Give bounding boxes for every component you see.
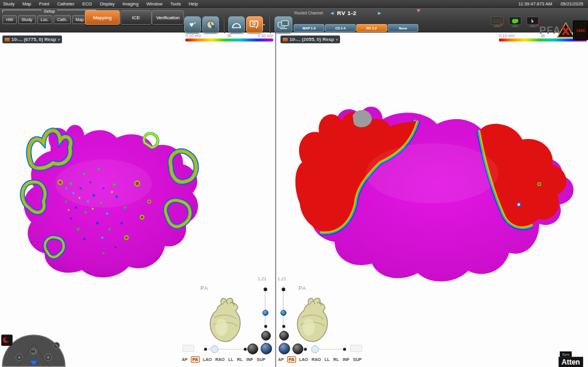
right-hslider-stop-b[interactable]: [343, 348, 346, 351]
right-slider-ghost-box[interactable]: [350, 345, 362, 352]
right-orient-ll[interactable]: LL: [324, 357, 330, 362]
right-orient-ap[interactable]: AP: [277, 357, 285, 362]
left-orient-ll[interactable]: LL: [227, 357, 234, 362]
right-orient-lao[interactable]: LAO: [299, 357, 309, 362]
left-map-selector[interactable]: 10-... (6775, 0) Resp ▾: [2, 35, 62, 43]
menu-window[interactable]: Window: [146, 1, 162, 7]
map-thumb-icon: [283, 38, 288, 42]
right-trackball-button[interactable]: [292, 344, 303, 354]
left-orient-inf[interactable]: INF: [246, 357, 253, 362]
left-orientation-buttons: AP PA LAO RAO LL RL INF SUP: [181, 356, 266, 363]
verification-mode-button[interactable]: Verification: [152, 10, 184, 25]
right-orient-inf[interactable]: INF: [342, 357, 350, 362]
right-vslider-handle[interactable]: [280, 310, 286, 316]
dual-monitor-icon: [277, 20, 289, 29]
menu-display[interactable]: Display: [100, 1, 115, 7]
attention-title: Atten: [559, 357, 583, 367]
right-orient-sup[interactable]: SUP: [352, 357, 362, 362]
channel-rv12-button[interactable]: RV 1-2: [356, 24, 387, 32]
system-date: 05/21/2025: [560, 1, 583, 7]
view-reset-icon[interactable]: [1, 335, 13, 346]
right-map-selector[interactable]: 10-... (2055, 0) Resp ▾: [280, 35, 340, 43]
right-orient-rao[interactable]: RAO: [311, 357, 322, 362]
map-visualization-button[interactable]: [228, 16, 245, 33]
menu-point[interactable]: Point: [39, 1, 49, 7]
setup-group: Setup HW Study Loc. Cath. Map: [2, 8, 96, 24]
left-orient-lao[interactable]: LAO: [202, 357, 212, 362]
left-orient-ap[interactable]: AP: [181, 357, 188, 362]
left-hslider-stop-a[interactable]: [204, 348, 207, 351]
attention-popup[interactable]: Sync Atten: [559, 351, 588, 367]
left-orient-pa[interactable]: PA: [191, 356, 200, 363]
right-vslider-stop-top[interactable]: [282, 288, 285, 291]
right-map-title: 10-... (2055, 0) Resp: [289, 37, 334, 42]
menu-study[interactable]: Study: [3, 1, 14, 7]
carto-application-window: Study Map Point Catheter ECG Display Ima…: [0, 0, 588, 367]
menu-tools[interactable]: Tools: [170, 1, 181, 7]
channel-none-button[interactable]: None: [388, 24, 418, 32]
left-scale-min: 0.10 mV: [185, 34, 201, 38]
right-orientation-buttons: AP PA LAO RAO LL RL INF SUP: [277, 356, 362, 363]
channel-next-arrow[interactable]: ▶: [378, 11, 381, 16]
menu-ecg[interactable]: ECG: [82, 1, 92, 7]
channel-map13-button[interactable]: MAP 1-3: [294, 24, 324, 32]
menu-help[interactable]: Help: [188, 1, 197, 7]
left-vslider-handle[interactable]: [262, 310, 268, 316]
snapshot-button[interactable]: [246, 16, 263, 33]
setup-loc-button[interactable]: Loc.: [37, 15, 52, 24]
voltage-map-left[interactable]: [13, 111, 212, 292]
channel-cs14-button[interactable]: CS 1-4: [325, 24, 356, 32]
right-heart-orientation-icon[interactable]: [293, 296, 330, 345]
left-hslider-stop-b[interactable]: [244, 348, 247, 351]
channel-prev-arrow[interactable]: ◀: [330, 11, 333, 16]
right-scale-min: 0.10 mV: [499, 34, 515, 38]
setup-cath-button[interactable]: Cath.: [54, 15, 71, 24]
right-horizontal-slider[interactable]: [318, 349, 344, 350]
right-map-dot: [538, 183, 541, 186]
right-map-point-tag: [517, 203, 521, 206]
left-orient-rao[interactable]: RAO: [215, 357, 226, 362]
right-rotate-sphere-button[interactable]: [279, 331, 289, 341]
left-slider-ghost-box[interactable]: [182, 345, 194, 352]
right-orient-pa[interactable]: PA: [287, 356, 296, 363]
setup-hw-button[interactable]: HW: [2, 15, 17, 24]
left-trackball-button[interactable]: [247, 344, 258, 354]
left-view-label: PA: [200, 285, 208, 291]
setup-bracket: Setup: [2, 8, 96, 14]
routed-channel-value: RV 1-2: [337, 10, 356, 16]
timer-button[interactable]: [202, 16, 219, 33]
setup-study-button[interactable]: Study: [18, 15, 36, 24]
left-rotate-sphere-button[interactable]: [261, 331, 271, 341]
main-toolbar: Setup HW Study Loc. Cath. Map Mapping IC…: [0, 8, 588, 32]
menu-items: Study Map Point Catheter ECG Display Ima…: [0, 1, 198, 7]
toolbar-divider-1: [224, 15, 225, 33]
left-map-title: 10-... (6775, 0) Resp: [11, 37, 56, 42]
camera-pointer-icon: [249, 20, 260, 30]
left-zoom-value: 1.21: [258, 276, 267, 282]
left-heart-orientation-icon[interactable]: [206, 296, 243, 345]
voltage-map-right[interactable]: [282, 95, 586, 297]
screen-layout-button[interactable]: [274, 16, 292, 33]
left-vslider-stop-top[interactable]: [264, 288, 267, 291]
left-hslider-handle[interactable]: [211, 345, 218, 353]
left-scale-type: Bi: [227, 34, 231, 38]
menu-imaging[interactable]: Imaging: [123, 1, 139, 7]
right-pan-sphere-button[interactable]: [279, 343, 290, 354]
left-pan-sphere-button[interactable]: [261, 343, 272, 354]
left-vslider-stop-mid[interactable]: [264, 325, 267, 328]
snapshot-dropdown-chevron[interactable]: ▾: [263, 22, 265, 26]
right-orient-rl[interactable]: RL: [333, 357, 339, 362]
left-colorbar[interactable]: [185, 39, 273, 42]
right-vslider-stop-mid[interactable]: [282, 325, 285, 328]
left-orient-rl[interactable]: RL: [237, 357, 243, 362]
panel-divider[interactable]: [275, 32, 276, 367]
menu-catheter[interactable]: Catheter: [57, 1, 75, 7]
right-hslider-stop-a[interactable]: [304, 348, 307, 351]
mapping-mode-button[interactable]: Mapping: [85, 10, 120, 25]
ice-mode-button[interactable]: ICE: [120, 10, 152, 25]
left-orient-sup[interactable]: SUP: [256, 357, 265, 362]
menu-map[interactable]: Map: [22, 1, 31, 7]
chevron-down-icon: ▾: [336, 37, 338, 42]
ablation-heart-button[interactable]: ♥+: [184, 16, 201, 33]
clock-area: 11:39:47.673 AM 05/21/2025: [518, 1, 588, 7]
